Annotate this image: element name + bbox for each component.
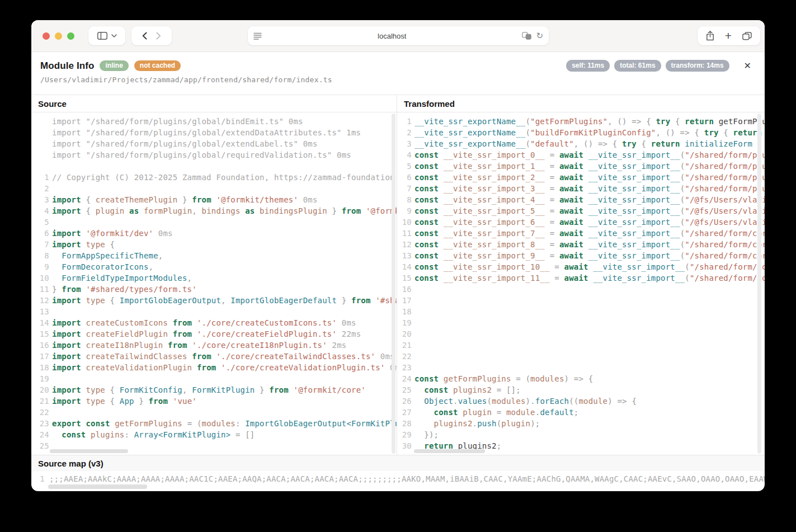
- line-number: 15: [397, 272, 412, 284]
- source-horizontal-scrollbar[interactable]: [50, 449, 128, 453]
- line-content: FormDecoratorIcons,: [52, 261, 153, 272]
- line-number: [31, 116, 49, 127]
- line-content: const __vite_ssr_import_1__ = await __vi…: [415, 161, 765, 172]
- line-content: const __vite_ssr_import_4__ = await __vi…: [415, 194, 765, 205]
- sidebar-toggle-button[interactable]: [88, 26, 125, 45]
- line-number: 5: [397, 161, 412, 172]
- line-content: import "/shared/form/plugins/global/exte…: [52, 138, 318, 149]
- line-number: 14: [397, 261, 412, 272]
- sourcemap-code: 1;;;AAEA;AAAkC;AAAA;AAAA;AAAA;AAC1C;AAEA…: [31, 471, 765, 484]
- back-button[interactable]: [142, 32, 147, 40]
- line-number: 30: [397, 440, 412, 451]
- code-line: 24const getFormPlugins = (modules) => {: [397, 373, 765, 384]
- line-content: import { plugin as formPlugin, bindings …: [52, 205, 397, 216]
- code-line: 17import createTailwindClasses from './c…: [31, 351, 397, 362]
- line-content: import createTailwindClasses from './cor…: [52, 351, 395, 362]
- line-number: 16: [31, 340, 49, 351]
- code-line: 2__vite_ssr_exportName__("buildFormKitPl…: [397, 127, 765, 138]
- reader-view-icon[interactable]: [253, 32, 262, 40]
- code-line: 11const __vite_ssr_import_7__ = await __…: [397, 228, 765, 239]
- url-text[interactable]: localhost: [262, 32, 522, 40]
- line-content: FormAppSpecificTheme,: [52, 250, 163, 261]
- transformed-code-pane: 1__vite_ssr_exportName__("getFormPlugins…: [397, 112, 765, 455]
- line-number: 10: [31, 272, 49, 284]
- code-line: 14import createCustomIcons from './core/…: [31, 317, 397, 328]
- line-content: const __vite_ssr_import_2__ = await __vi…: [415, 172, 765, 183]
- timing-badge-total: total: 61ms: [614, 60, 661, 72]
- code-line: 18: [397, 306, 765, 317]
- code-line: 8 FormAppSpecificTheme,: [31, 250, 397, 261]
- code-line: 27 const plugin = module.default;: [397, 407, 765, 418]
- status-badge-inline: inline: [100, 60, 128, 71]
- code-line: 20import type { FormKitConfig, FormKitPl…: [31, 384, 397, 396]
- new-tab-icon[interactable]: +: [725, 30, 732, 41]
- line-content: __vite_ssr_exportName__("buildFormKitPlu…: [415, 127, 765, 138]
- sourcemap-title: Source map (v3): [31, 455, 765, 471]
- line-number: 2: [397, 127, 412, 138]
- line-number: 28: [397, 418, 412, 429]
- reload-icon[interactable]: ↻: [536, 31, 543, 41]
- line-number: 8: [397, 194, 412, 205]
- line-number: 4: [397, 149, 412, 161]
- zoom-window-button[interactable]: [67, 32, 74, 40]
- line-number: 14: [31, 317, 49, 328]
- code-line: 10const __vite_ssr_import_6__ = await __…: [397, 216, 765, 228]
- source-vertical-scrollbar[interactable]: [392, 114, 395, 454]
- code-line: 4const __vite_ssr_import_0__ = await __v…: [397, 149, 765, 161]
- sourcemap-horizontal-scrollbar[interactable]: [48, 484, 147, 489]
- code-line: 26 Object.values(modules).forEach((modul…: [397, 396, 765, 407]
- share-icon[interactable]: [706, 31, 714, 41]
- minimize-window-button[interactable]: [55, 32, 62, 40]
- tab-overview-icon[interactable]: [742, 32, 752, 40]
- code-line: 1__vite_ssr_exportName__("getFormPlugins…: [397, 116, 765, 127]
- line-number: [31, 161, 49, 172]
- line-number: 1: [31, 473, 45, 484]
- line-content: const __vite_ssr_import_8__ = await __vi…: [415, 239, 765, 250]
- code-line: 22: [397, 351, 765, 362]
- line-number: 9: [397, 205, 412, 216]
- address-bar[interactable]: localhost ↻: [248, 26, 549, 45]
- transformed-vertical-scrollbar[interactable]: [757, 114, 761, 454]
- line-number: 23: [397, 362, 412, 373]
- code-line: 16import createI18nPlugin from './core/c…: [31, 340, 397, 351]
- code-line: 23export const getFormPlugins = (modules…: [31, 418, 397, 429]
- browser-toolbar: localhost ↻ +: [31, 20, 765, 52]
- code-line: 21import type { App } from 'vue': [31, 396, 397, 407]
- line-number: 4: [31, 205, 49, 216]
- line-number: 24: [397, 373, 412, 384]
- line-content: const __vite_ssr_import_10__ = await __v…: [415, 261, 765, 272]
- code-line: 21: [397, 340, 765, 351]
- line-content: const plugin = module.default;: [415, 407, 578, 418]
- code-line: 7import type {: [31, 239, 397, 250]
- line-content: import type {: [52, 239, 115, 250]
- transformed-pane-title: Transformed: [397, 95, 765, 112]
- sidebar-icon: [97, 32, 107, 40]
- code-line: import "/shared/form/plugins/global/bind…: [31, 116, 397, 127]
- code-line: 1;;;AAEA;AAAkC;AAAA;AAAA;AAAA;AAC1C;AAEA…: [31, 473, 765, 484]
- line-number: 18: [31, 362, 49, 373]
- code-line: 25 const plugins2 = [];: [397, 384, 765, 396]
- forward-button[interactable]: [156, 32, 161, 40]
- line-number: 8: [31, 250, 49, 261]
- line-content: import "/shared/form/plugins/global/bind…: [52, 116, 303, 127]
- code-line: 17: [397, 295, 765, 306]
- line-number: [31, 127, 49, 138]
- line-number: 11: [397, 228, 412, 239]
- code-line: 15const __vite_ssr_import_11__ = await _…: [397, 272, 765, 284]
- page-title: Module Info: [40, 60, 94, 72]
- line-content: import createCustomIcons from './core/cr…: [52, 317, 356, 328]
- close-icon[interactable]: ✕: [744, 60, 751, 71]
- code-line: 20: [397, 328, 765, 340]
- code-line: 18import createValidationPlugin from './…: [31, 362, 397, 373]
- line-content: const getFormPlugins = (modules) => {: [415, 373, 593, 384]
- line-content: import type { ImportGlobEagerOutput, Imp…: [52, 295, 397, 306]
- close-window-button[interactable]: [43, 32, 50, 40]
- code-line: 4import { plugin as formPlugin, bindings…: [31, 205, 397, 216]
- line-content: import "/shared/form/plugins/global/exte…: [52, 127, 361, 138]
- line-content: import "/shared/form/plugins/global/requ…: [52, 149, 351, 161]
- transformed-horizontal-scrollbar[interactable]: [414, 449, 485, 453]
- line-number: 15: [31, 328, 49, 340]
- code-line: 5: [31, 216, 397, 228]
- line-content: import createI18nPlugin from './core/cre…: [52, 340, 346, 351]
- translate-icon[interactable]: [522, 32, 531, 40]
